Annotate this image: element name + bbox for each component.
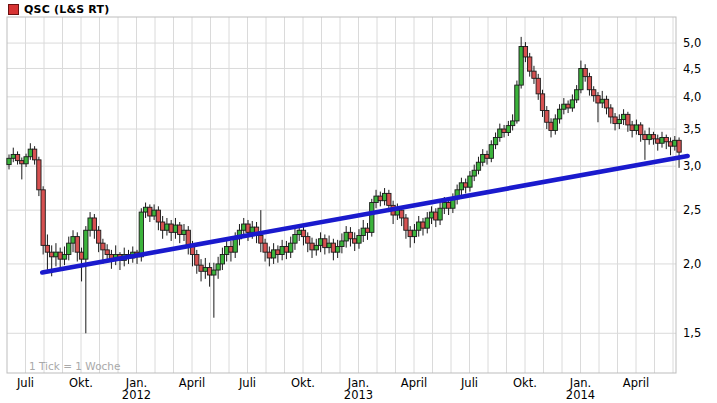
candle-body-up [481, 154, 485, 162]
candle-body-down [651, 135, 655, 139]
y-axis-label: 4,5 [683, 62, 701, 76]
candle-body-up [139, 212, 143, 257]
x-axis-year-label: 2012 [122, 388, 151, 402]
candle-body-down [331, 243, 335, 252]
candle-body-up [417, 222, 421, 230]
x-axis-label: Okt. [69, 376, 93, 390]
candle-body-up [660, 137, 664, 143]
series-swatch-icon [8, 4, 19, 15]
candle-body-down [58, 252, 62, 259]
candle-body-down [323, 239, 327, 248]
candle-body-down [434, 212, 438, 220]
y-axis-label: 2,0 [683, 257, 701, 271]
candle-body-up [280, 246, 284, 254]
candle-body-up [165, 224, 169, 230]
candle-body-down [365, 228, 369, 232]
candle-body-down [523, 46, 527, 56]
candle-body-down [195, 254, 199, 265]
candle-body-down [259, 236, 263, 244]
candle-body-down [348, 232, 352, 238]
x-axis-label: Juli [238, 376, 256, 390]
candle-body-up [442, 203, 446, 209]
candle-body-down [207, 268, 211, 275]
candle-body-down [246, 224, 250, 232]
x-axis-label: Okt. [513, 376, 537, 390]
candle-body-up [84, 230, 88, 259]
candle-body-up [570, 100, 574, 108]
candle-body-up [370, 203, 374, 233]
candle-body-down [160, 222, 164, 230]
candle-body-up [621, 114, 625, 119]
candle-body-up [617, 120, 621, 124]
candle-body-down [310, 243, 314, 250]
x-axis-label: Juli [16, 376, 34, 390]
candle-body-up [489, 145, 493, 159]
candle-body-down [284, 246, 288, 252]
candle-body-down [549, 122, 553, 130]
x-axis-label: Juli [460, 376, 478, 390]
candle-body-up [28, 149, 32, 157]
candle-body-up [429, 212, 433, 218]
candle-body-up [335, 246, 339, 252]
x-axis-label: April [623, 376, 649, 390]
candle-body-up [425, 218, 429, 228]
candle-body-up [242, 224, 246, 230]
candle-body-up [212, 270, 216, 275]
candle-body-down [639, 125, 643, 135]
candle-body-down [92, 218, 96, 230]
candle-body-up [216, 264, 220, 270]
candle-body-down [32, 149, 36, 160]
candle-body-down [156, 210, 160, 222]
candle-body-up [173, 225, 177, 232]
x-axis-label: April [179, 376, 205, 390]
x-axis-labels: JuliOkt.Jan.2012AprilJuliOkt.Jan.2013Apr… [16, 376, 649, 402]
candle-body-up [557, 109, 561, 119]
candle-body-down [169, 224, 173, 232]
candle-body-up [493, 137, 497, 144]
candle-body-up [71, 237, 75, 244]
candle-body-down [353, 239, 357, 243]
candle-body-up [318, 239, 322, 246]
candle-body-down [79, 252, 83, 259]
candle-body-up [233, 239, 237, 252]
candle-body-up [203, 268, 207, 272]
candle-body-down [643, 135, 647, 140]
candle-body-down [664, 137, 668, 141]
x-axis-label: Okt. [291, 376, 315, 390]
candle-body-down [485, 154, 489, 158]
candle-body-up [225, 246, 229, 254]
candle-body-down [301, 230, 305, 236]
candle-body-up [327, 243, 331, 247]
candle-body-down [45, 245, 49, 252]
candle-body-down [592, 90, 596, 96]
candle-body-down [96, 230, 100, 243]
candle-body-up [344, 232, 348, 241]
candle-body-up [62, 254, 66, 259]
chart-title: QSC (L&S RT) [24, 3, 109, 16]
candle-body-down [609, 108, 613, 117]
candle-body-up [600, 99, 604, 103]
candle-body-up [506, 126, 510, 133]
candle-body-down [421, 222, 425, 228]
y-axis-label: 5,0 [683, 36, 701, 50]
candle-body-down [536, 78, 540, 94]
candle-body-down [178, 225, 182, 234]
candlestick-chart: 5,04,54,03,53,02,52,01,5JuliOkt.Jan.2012… [0, 0, 717, 403]
y-axis-label: 1,5 [683, 326, 701, 340]
candle-body-up [574, 90, 578, 100]
candle-body-up [468, 176, 472, 187]
candle-body-up [510, 121, 514, 126]
candle-body-up [314, 245, 318, 250]
candle-body-down [613, 117, 617, 124]
candle-body-up [54, 252, 58, 257]
candle-body-up [357, 236, 361, 244]
candle-body-up [673, 140, 677, 146]
candle-body-down [387, 193, 391, 205]
candle-body-down [267, 252, 271, 258]
chart-legend: QSC (L&S RT) [8, 3, 109, 16]
candle-body-down [408, 230, 412, 236]
candle-body-down [596, 96, 600, 103]
candle-body-up [553, 119, 557, 130]
y-axis-label: 2,5 [683, 203, 701, 217]
candle-body-down [540, 94, 544, 111]
